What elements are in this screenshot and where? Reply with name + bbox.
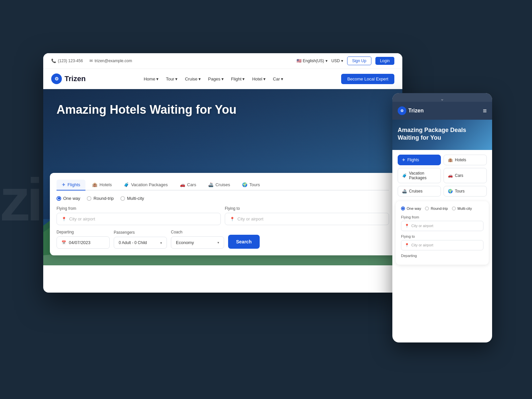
email-icon: ✉ bbox=[89, 59, 93, 63]
nav-flight[interactable]: Flight ▾ bbox=[231, 76, 245, 81]
from-pin-icon: 📍 bbox=[62, 217, 66, 221]
nav-tour[interactable]: Tour ▾ bbox=[166, 76, 178, 81]
coach-select[interactable]: Economy ▾ bbox=[171, 236, 224, 249]
tab-vacation[interactable]: 🧳 Vacation Packages bbox=[118, 180, 173, 191]
mobile-cars-label: Cars bbox=[455, 173, 463, 178]
mobile-round-trip-label: Round-trip bbox=[431, 206, 448, 210]
contact-info: 📞 (123) 123-456 ✉ trizen@example.com bbox=[51, 59, 132, 63]
mobile-round-trip[interactable]: Round-trip bbox=[425, 206, 448, 210]
logo-text: Trizen bbox=[65, 74, 86, 83]
mobile-multi-city-radio[interactable] bbox=[452, 206, 456, 210]
mobile-tab-flights[interactable]: ✈ Flights bbox=[398, 155, 441, 165]
tab-tours[interactable]: 🌍 Tours bbox=[237, 180, 265, 191]
departing-value: 04/07/2023 bbox=[69, 240, 90, 245]
mobile-departing-label: Departing bbox=[401, 254, 483, 258]
signup-button[interactable]: Sign Up bbox=[347, 57, 371, 65]
mobile-flying-from-input[interactable]: 📍 City or airport bbox=[401, 221, 483, 231]
nav-home[interactable]: Home ▾ bbox=[144, 76, 159, 81]
tab-hotels[interactable]: 🏨 Hotels bbox=[87, 180, 117, 191]
right-controls: 🇺🇸 English(US) ▾ USD ▾ Sign Up Login bbox=[297, 57, 394, 65]
mobile-flights-icon: ✈ bbox=[402, 158, 405, 162]
mobile-vacation-icon: 🧳 bbox=[402, 173, 407, 178]
tours-tab-label: Tours bbox=[249, 182, 260, 187]
multi-city-radio[interactable] bbox=[120, 196, 125, 201]
mobile-tab-cars[interactable]: 🚗 Cars bbox=[444, 168, 487, 183]
from-to-fields: Flying from 📍 City or airport Flying to … bbox=[57, 206, 389, 225]
mobile-hotels-label: Hotels bbox=[455, 158, 466, 162]
login-button[interactable]: Login bbox=[375, 57, 394, 65]
one-way-option[interactable]: One way bbox=[57, 196, 80, 201]
mobile-tab-cruises[interactable]: 🚢 Cruises bbox=[398, 186, 441, 197]
passengers-select[interactable]: 0 Adult - 0 Child ▾ bbox=[114, 237, 167, 249]
flights-tab-icon: ✈ bbox=[62, 182, 66, 187]
mobile-trip-type: One way Round-trip Multi-city bbox=[401, 206, 483, 210]
tours-tab-icon: 🌍 bbox=[242, 182, 247, 187]
round-trip-option[interactable]: Round-trip bbox=[87, 196, 114, 201]
tab-cars[interactable]: 🚗 Cars bbox=[175, 180, 201, 191]
tab-flights[interactable]: ✈ Flights bbox=[57, 180, 85, 191]
mobile-one-way-radio[interactable] bbox=[401, 206, 405, 210]
mobile-cruises-label: Cruises bbox=[409, 189, 423, 194]
to-pin-icon: 📍 bbox=[230, 217, 235, 221]
hotels-tab-icon: 🏨 bbox=[92, 182, 97, 187]
mobile-multi-city-label: Multi-city bbox=[458, 206, 472, 210]
tab-cruises[interactable]: 🚢 Cruises bbox=[203, 180, 235, 191]
calendar-icon: 📅 bbox=[62, 240, 66, 245]
become-expert-button[interactable]: Become Local Expert bbox=[341, 74, 394, 84]
mobile-flying-from-placeholder: City or airport bbox=[411, 224, 433, 228]
mobile-from-pin-icon: 📍 bbox=[405, 224, 409, 228]
mobile-hero: Amazing Package Deals Waiting for You bbox=[392, 120, 492, 150]
language-selector[interactable]: 🇺🇸 English(US) ▾ bbox=[297, 59, 328, 63]
one-way-radio[interactable] bbox=[57, 196, 61, 201]
hero-title: Amazing Hotels Waiting for You bbox=[57, 102, 236, 117]
mobile-cruises-icon: 🚢 bbox=[402, 189, 407, 194]
desktop-logo[interactable]: ⚙ Trizen bbox=[51, 73, 86, 84]
mobile-tab-vacation[interactable]: 🧳 Vacation Packages bbox=[398, 168, 441, 183]
one-way-label: One way bbox=[63, 196, 80, 201]
search-tabs: ✈ Flights 🏨 Hotels 🧳 Vacation Packages 🚗… bbox=[57, 180, 389, 191]
mobile-one-way[interactable]: One way bbox=[401, 206, 421, 210]
search-row-2: Departing 📅 04/07/2023 Passengers 0 Adul… bbox=[57, 230, 389, 249]
vacation-tab-icon: 🧳 bbox=[124, 182, 129, 187]
cruise-chevron-icon: ▾ bbox=[199, 76, 201, 81]
flying-from-input[interactable]: 📍 City or airport bbox=[57, 213, 221, 225]
round-trip-label: Round-trip bbox=[93, 196, 114, 201]
email-address: trizen@example.com bbox=[94, 59, 132, 63]
nav-cruise[interactable]: Cruise ▾ bbox=[185, 76, 201, 81]
round-trip-radio[interactable] bbox=[87, 196, 91, 201]
search-button[interactable]: Search bbox=[228, 235, 260, 249]
currency-selector[interactable]: USD ▾ bbox=[332, 59, 343, 63]
flying-to-input[interactable]: 📍 City or airport bbox=[225, 213, 389, 225]
departing-label: Departing bbox=[57, 230, 110, 234]
mobile-tab-tours[interactable]: 🌍 Tours bbox=[444, 186, 487, 197]
lang-chevron-icon: ▾ bbox=[326, 59, 328, 63]
mobile-flights-label: Flights bbox=[407, 158, 419, 162]
phone-info: 📞 (123) 123-456 bbox=[51, 59, 83, 63]
email-info: ✉ trizen@example.com bbox=[89, 59, 132, 63]
desktop-nav: ⚙ Trizen Home ▾ Tour ▾ Cruise ▾ Pages ▾ … bbox=[43, 69, 402, 89]
cars-tab-icon: 🚗 bbox=[180, 182, 185, 187]
mobile-flying-to-input[interactable]: 📍 City or airport bbox=[401, 240, 483, 250]
mobile-round-trip-radio[interactable] bbox=[425, 206, 429, 210]
departing-input[interactable]: 📅 04/07/2023 bbox=[57, 236, 110, 249]
mobile-search-form: One way Round-trip Multi-city Flying fro… bbox=[396, 201, 489, 265]
nav-car[interactable]: Car ▾ bbox=[273, 76, 283, 81]
nav-hotel[interactable]: Hotel ▾ bbox=[252, 76, 265, 81]
multi-city-option[interactable]: Multi-city bbox=[120, 196, 144, 201]
vacation-tab-label: Vacation Packages bbox=[131, 182, 168, 187]
nav-links: Home ▾ Tour ▾ Cruise ▾ Pages ▾ Flight ▾ … bbox=[144, 76, 283, 81]
mobile-multi-city[interactable]: Multi-city bbox=[452, 206, 472, 210]
coach-chevron-icon: ▾ bbox=[217, 241, 219, 244]
hamburger-icon[interactable]: ≡ bbox=[483, 107, 487, 115]
mobile-logo[interactable]: ⚙ Trizen bbox=[398, 106, 424, 115]
language-label: English(US) bbox=[303, 59, 324, 63]
mobile-hotels-icon: 🏨 bbox=[448, 158, 453, 162]
mobile-tab-hotels[interactable]: 🏨 Hotels bbox=[444, 155, 487, 165]
nav-pages[interactable]: Pages ▾ bbox=[208, 76, 224, 81]
mobile-vacation-label: Vacation Packages bbox=[409, 171, 437, 180]
flying-from-group: Flying from 📍 City or airport bbox=[57, 206, 221, 225]
flights-tab-label: Flights bbox=[67, 182, 80, 187]
mobile-collapse-icon: ⌄ bbox=[440, 96, 444, 101]
departing-group: Departing 📅 04/07/2023 bbox=[57, 230, 110, 249]
flying-to-placeholder: City or airport bbox=[237, 216, 263, 221]
